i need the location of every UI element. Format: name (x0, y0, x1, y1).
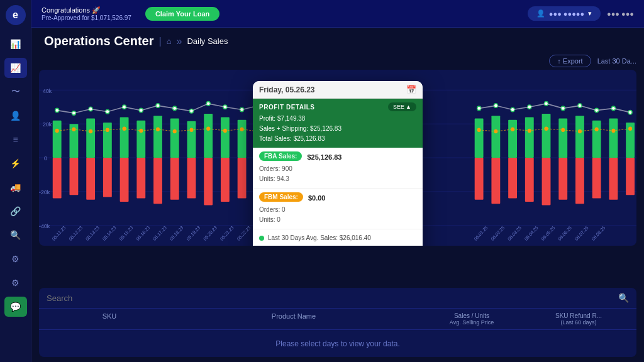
sidebar-item-gear[interactable]: ⚙ (4, 249, 27, 269)
sidebar-item-trending[interactable]: 📈 (4, 58, 27, 78)
search-input[interactable] (47, 293, 613, 303)
svg-rect-55 (592, 158, 601, 199)
svg-text:05.15.23: 05.15.23 (118, 225, 134, 242)
tooltip-date: Friday, 05.26.23 (259, 85, 315, 94)
sidebar-logo[interactable]: e (6, 5, 26, 25)
chart-toolbar: ↑ Export Last 30 Da... (39, 55, 636, 67)
profit-details: Profit: $7,149.38 Sales + Shipping: $25,… (259, 114, 416, 144)
svg-text:06.05.25: 06.05.25 (540, 225, 556, 242)
svg-text:05.14.23: 05.14.23 (101, 225, 117, 242)
chart-container: 40k 20k 0 -20k -40k (39, 70, 636, 246)
profit-see-button[interactable]: SEE ▲ (388, 102, 416, 111)
svg-rect-16 (103, 123, 112, 158)
svg-rect-52 (575, 116, 584, 158)
svg-rect-41 (475, 158, 484, 200)
sidebar-item-chat[interactable]: 💬 (4, 297, 27, 317)
avg-profit-row: Last 30 Days Avg. Profit: $10,543.89 (259, 243, 416, 246)
claim-loan-button[interactable]: Claim Your Loan (145, 7, 219, 21)
svg-rect-13 (69, 158, 78, 195)
svg-text:05.19.23: 05.19.23 (186, 225, 201, 242)
tooltip-header: Friday, 05.26.23 📅 (253, 81, 423, 99)
svg-rect-20 (136, 121, 145, 158)
svg-rect-19 (120, 158, 129, 202)
page-header: Operations Center | ⌂ » Daily Sales (31, 28, 644, 52)
col-header-sales: Sales / Units Avg. Selling Price (415, 312, 528, 326)
fbm-amount: $0.00 (308, 194, 326, 202)
topbar-promo: Congratulations 🚀 Pre-Approved for $1,07… (42, 6, 131, 21)
svg-rect-14 (86, 119, 95, 158)
svg-rect-22 (153, 116, 162, 158)
svg-rect-23 (153, 158, 162, 204)
svg-text:40k: 40k (43, 87, 52, 94)
svg-rect-56 (609, 119, 618, 158)
sidebar-item-pulse[interactable]: 〜 (4, 82, 27, 102)
svg-rect-21 (136, 158, 145, 199)
svg-text:06.01.25: 06.01.25 (473, 225, 489, 242)
svg-text:20k: 20k (43, 121, 52, 128)
col-header-sku: SKU (47, 312, 172, 326)
account-label: ●●● ●●● (607, 10, 634, 18)
fbm-section: FBM Sales: $0.00 Orders: 0 Units: 0 (253, 189, 423, 229)
svg-rect-44 (508, 120, 517, 158)
svg-rect-18 (120, 117, 129, 158)
svg-rect-24 (170, 119, 179, 158)
svg-rect-26 (187, 121, 196, 158)
svg-text:05.12.23: 05.12.23 (68, 225, 84, 242)
sidebar-item-menu[interactable]: ≡ (4, 129, 27, 150)
chart-area: ↑ Export Last 30 Da... 40k 20k 0 -20k -4… (31, 52, 644, 288)
svg-rect-33 (238, 158, 247, 199)
svg-rect-30 (221, 117, 230, 158)
svg-text:06.02.25: 06.02.25 (490, 225, 506, 242)
svg-rect-15 (86, 158, 95, 200)
col-header-product: Product Name (172, 312, 415, 326)
topbar: Congratulations 🚀 Pre-Approved for $1,07… (31, 0, 644, 28)
table-empty-status: Please select days to view your data. (39, 330, 636, 357)
svg-text:0: 0 (44, 155, 47, 162)
profit-section-label: PROFIT DETAILS (259, 104, 314, 111)
svg-text:-40k: -40k (39, 223, 50, 229)
sidebar-item-chart[interactable]: 📊 (4, 34, 27, 54)
col-header-sku-refund: SKU Refund R... (Last 60 days) (528, 312, 629, 326)
search-icon[interactable]: 🔍 (618, 293, 629, 303)
svg-text:06.06.25: 06.06.25 (557, 225, 573, 242)
breadcrumb-home-icon[interactable]: ⌂ (167, 36, 172, 46)
svg-rect-49 (542, 158, 551, 205)
svg-text:06.08.25: 06.08.25 (591, 225, 606, 242)
export-button[interactable]: ↑ Export (549, 55, 591, 67)
svg-rect-11 (53, 158, 62, 199)
loan-text: Pre-Approved for $1,071,526.97 (42, 14, 131, 21)
sidebar-item-search[interactable]: 🔍 (4, 225, 27, 245)
svg-rect-25 (170, 158, 179, 200)
svg-rect-59 (626, 158, 635, 195)
svg-rect-46 (525, 117, 534, 158)
svg-text:06.03.25: 06.03.25 (506, 225, 522, 242)
svg-text:05.16.23: 05.16.23 (135, 225, 151, 242)
fbm-units: Units: 0 (259, 215, 416, 225)
fbm-orders: Orders: 0 (259, 205, 416, 215)
svg-rect-31 (221, 158, 230, 202)
user-avatar-icon: 👤 (536, 9, 545, 18)
breadcrumb-separator: | (158, 36, 161, 47)
sidebar-item-settings2[interactable]: ⚙ (4, 273, 27, 293)
bottom-table-section: 🔍 SKU Product Name Sales / Units Avg. Se… (39, 288, 636, 357)
svg-rect-29 (204, 158, 213, 205)
svg-rect-32 (238, 120, 247, 158)
dropdown-icon: ▾ (588, 9, 592, 18)
avg-sales-row: Last 30 Days Avg. Sales: $26,016.40 (259, 233, 416, 243)
user-button[interactable]: 👤 ●●● ●●●●● ▾ (528, 6, 601, 21)
fba-badge: FBA Sales: (259, 151, 302, 161)
svg-rect-28 (204, 114, 213, 158)
svg-rect-51 (558, 158, 567, 200)
sidebar-item-lightning[interactable]: ⚡ (4, 153, 27, 173)
svg-text:05.18.23: 05.18.23 (169, 225, 184, 242)
calendar-icon: 📅 (406, 85, 416, 94)
svg-rect-50 (558, 119, 567, 158)
sidebar-item-user[interactable]: 👤 (4, 106, 27, 126)
sidebar-item-link[interactable]: 🔗 (4, 201, 27, 221)
fba-orders: Orders: 900 (259, 164, 416, 174)
avg-sales-dot (259, 236, 264, 241)
congrats-text: Congratulations 🚀 (42, 6, 131, 14)
search-bar: 🔍 (39, 288, 636, 309)
table-header-row: SKU Product Name Sales / Units Avg. Sell… (39, 309, 636, 330)
sidebar-item-truck[interactable]: 🚚 (4, 177, 27, 197)
